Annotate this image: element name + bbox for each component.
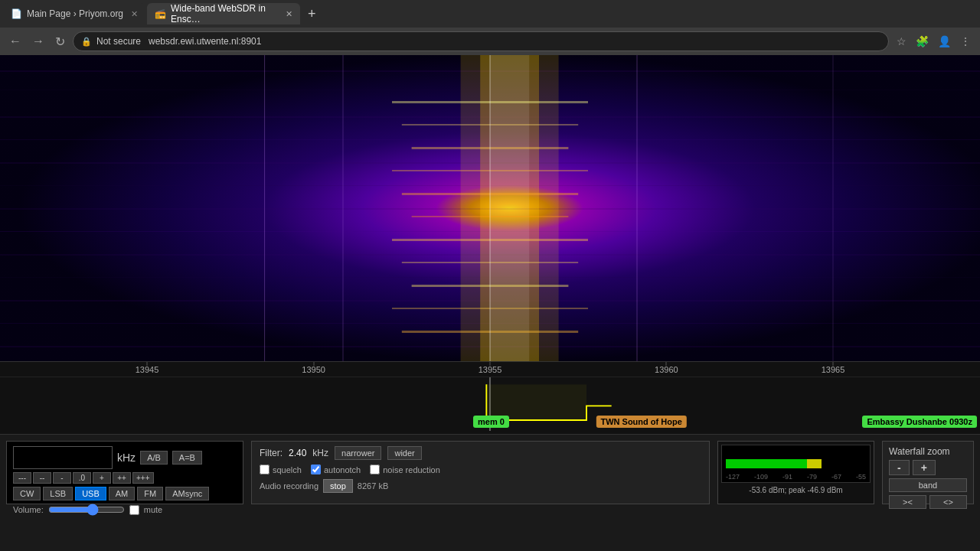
station-twn[interactable]: TWN Sound of Hope — [596, 416, 686, 428]
mode-buttons: CW LSB USB AM FM AMsync — [13, 487, 237, 500]
frequency-input[interactable]: 13955.00 — [13, 446, 113, 469]
smeter-label: -53.6 dBm; peak -46.9 dBm — [721, 486, 871, 494]
tab-label: Main Page › Priyom.org — [27, 8, 123, 19]
step-btn-4[interactable]: + — [93, 472, 111, 484]
wf-zoom-title: Waterfall zoom — [889, 446, 967, 457]
shift-right-button[interactable]: <> — [929, 495, 967, 509]
squelch-checkbox[interactable] — [260, 465, 270, 474]
address-bar[interactable]: 🔒 Not secure websdr.ewi.utwente.nl:8901 — [73, 31, 889, 51]
zoom-plus-button[interactable]: + — [913, 460, 936, 475]
tab-bar: 📄 Main Page › Priyom.org ✕ 📻 Wide-band W… — [0, 0, 980, 28]
shift-buttons: >< <> — [889, 495, 967, 509]
mode-fm[interactable]: FM — [137, 487, 163, 500]
zoom-minus-button[interactable]: - — [889, 460, 910, 475]
tab-favicon: 📄 — [11, 8, 22, 19]
step-btn-0[interactable]: --- — [13, 472, 31, 484]
mode-lsb[interactable]: LSB — [43, 487, 73, 500]
checkbox-row: squelch autonotch noise reduction — [260, 465, 701, 474]
tab-inactive[interactable]: 📄 Main Page › Priyom.org ✕ — [3, 3, 145, 24]
filter-label: Filter: — [260, 448, 283, 458]
nav-bar: ← → ↻ 🔒 Not secure websdr.ewi.utwente.nl… — [0, 28, 980, 55]
station-mem0[interactable]: mem 0 — [473, 416, 509, 428]
frequency-axis: 13945 13950 13955 13960 13965 — [0, 361, 980, 377]
freq-step-buttons: --- -- - .0 + ++ +++ — [13, 472, 237, 484]
autonotch-checkbox[interactable] — [311, 465, 321, 474]
profile-button[interactable]: 👤 — [935, 32, 954, 51]
stop-button[interactable]: stop — [323, 479, 353, 493]
filter-row: Filter: 2.40 kHz narrower wider — [260, 446, 701, 460]
reload-button[interactable]: ↻ — [52, 31, 68, 52]
tab-close-active-icon[interactable]: ✕ — [286, 9, 292, 19]
step-btn-3[interactable]: .0 — [73, 472, 91, 484]
freq-label-5: 13965 — [822, 365, 845, 374]
recording-label: Audio recording — [260, 481, 318, 491]
recording-row: Audio recording stop 8267 kB — [260, 479, 701, 493]
aeqb-button[interactable]: A=B — [172, 451, 202, 465]
security-icon: 🔒 — [81, 37, 92, 47]
controls-area: 13955.00 kHz A/B A=B --- -- - .0 + ++ ++… — [0, 434, 980, 510]
freq-unit-label: kHz — [117, 452, 136, 464]
volume-label: Volume: — [13, 505, 44, 514]
squelch-item: squelch — [260, 465, 302, 474]
waterfall-svg — [0, 55, 980, 361]
recording-size: 8267 kB — [358, 481, 388, 491]
spectrum-area[interactable]: mem 0 TWN Sound of Hope Embassy Dushanbe… — [0, 377, 980, 434]
mute-checkbox[interactable] — [129, 505, 139, 515]
narrower-button[interactable]: narrower — [335, 446, 381, 460]
bookmark-button[interactable]: ☆ — [893, 32, 910, 51]
noise-reduction-label: noise reduction — [383, 465, 440, 474]
freq-label-1: 13945 — [136, 365, 159, 374]
filter-unit: kHz — [312, 448, 328, 458]
smeter-bar-green — [726, 459, 807, 468]
freq-label-3: 13955 — [479, 365, 502, 374]
security-label: Not secure — [96, 36, 141, 47]
volume-row: Volume: mute — [13, 504, 237, 516]
freq-label-4: 13960 — [655, 365, 678, 374]
mode-cw[interactable]: CW — [13, 487, 41, 500]
step-btn-5[interactable]: ++ — [113, 472, 131, 484]
smeter-display: -127-109-91-79-67-55 — [721, 445, 871, 483]
svg-rect-35 — [486, 384, 586, 420]
smeter-bar-yellow — [807, 459, 822, 468]
filter-value: 2.40 — [289, 448, 306, 458]
squelch-label: squelch — [273, 465, 302, 474]
tab-favicon-active: 📻 — [155, 8, 166, 19]
band-button[interactable]: band — [889, 478, 967, 492]
tab-active[interactable]: 📻 Wide-band WebSDR in Ensc… ✕ — [147, 3, 300, 24]
address-text: websdr.ewi.utwente.nl:8901 — [149, 36, 261, 47]
freq-controls: 13955.00 kHz A/B A=B --- -- - .0 + ++ ++… — [6, 441, 243, 504]
back-button[interactable]: ← — [6, 31, 24, 51]
shift-left-button[interactable]: >< — [889, 495, 926, 509]
noise-reduction-checkbox[interactable] — [370, 465, 380, 474]
step-btn-6[interactable]: +++ — [132, 472, 154, 484]
mode-usb[interactable]: USB — [75, 487, 106, 500]
new-tab-button[interactable]: + — [302, 6, 322, 22]
freq-label-2: 13950 — [302, 365, 325, 374]
step-btn-2[interactable]: - — [53, 472, 71, 484]
zoom-buttons: - + — [889, 460, 967, 475]
autonotch-label: autonotch — [324, 465, 361, 474]
ab-button[interactable]: A/B — [140, 451, 168, 465]
smeter-panel: -127-109-91-79-67-55 -53.6 dBm; peak -46… — [717, 441, 874, 504]
mute-label: mute — [144, 505, 162, 514]
filter-controls-panel: Filter: 2.40 kHz narrower wider squelch … — [251, 441, 710, 504]
wf-zoom-panel: Waterfall zoom - + band >< <> — [882, 441, 974, 504]
tab-label-active: Wide-band WebSDR in Ensc… — [171, 3, 278, 24]
mode-amsync[interactable]: AMsync — [165, 487, 209, 500]
autonotch-item: autonotch — [311, 465, 361, 474]
mode-am[interactable]: AM — [109, 487, 136, 500]
menu-button[interactable]: ⋮ — [957, 32, 974, 51]
browser-chrome: 📄 Main Page › Priyom.org ✕ 📻 Wide-band W… — [0, 0, 980, 55]
volume-slider[interactable] — [48, 504, 125, 516]
nav-actions: ☆ 🧩 👤 ⋮ — [893, 32, 974, 51]
waterfall-display[interactable] — [0, 55, 980, 361]
step-btn-1[interactable]: -- — [33, 472, 51, 484]
tab-close-icon[interactable]: ✕ — [131, 9, 138, 19]
extensions-button[interactable]: 🧩 — [913, 32, 932, 51]
station-embassy[interactable]: Embassy Dushanbe 0930z — [862, 416, 977, 428]
noise-reduction-item: noise reduction — [370, 465, 440, 474]
forward-button[interactable]: → — [29, 31, 47, 51]
wider-button[interactable]: wider — [387, 446, 421, 460]
